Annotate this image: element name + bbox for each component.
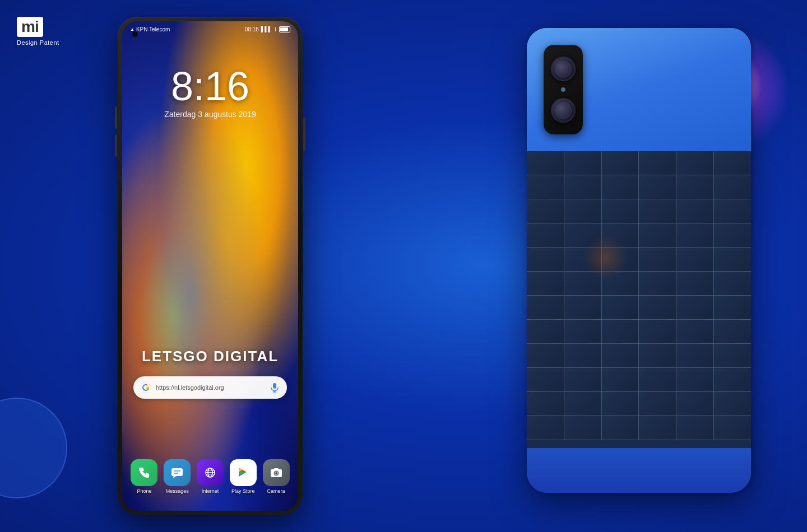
solar-cell bbox=[714, 320, 751, 343]
search-url-text[interactable]: https://nl.letsgodigital.org bbox=[156, 384, 265, 391]
solar-cell bbox=[564, 392, 602, 416]
camera-sensor-dot bbox=[561, 87, 565, 92]
volume-up-button[interactable] bbox=[115, 106, 117, 129]
solar-row bbox=[527, 416, 751, 440]
clock-date: Zaterdag 3 augustus 2019 bbox=[122, 110, 298, 119]
solar-cell bbox=[527, 344, 564, 367]
solar-row bbox=[527, 248, 751, 272]
dock-item-camera[interactable]: Camera bbox=[263, 459, 290, 494]
phone-back bbox=[527, 28, 751, 493]
solar-cell bbox=[714, 151, 751, 175]
signal-triangle-icon: ▲ bbox=[130, 27, 134, 32]
solar-cell bbox=[714, 368, 751, 391]
solar-cell bbox=[676, 344, 714, 367]
solar-row bbox=[527, 368, 751, 392]
volume-down-button[interactable] bbox=[115, 134, 117, 157]
secondary-camera-lens bbox=[551, 98, 576, 123]
solar-row bbox=[527, 223, 751, 248]
solar-cell bbox=[602, 223, 639, 247]
solar-cell bbox=[602, 392, 639, 416]
solar-cell bbox=[676, 223, 714, 247]
solar-grid bbox=[527, 151, 751, 448]
carrier-name: KPN Telecom bbox=[136, 26, 170, 32]
mic-icon[interactable] bbox=[269, 382, 280, 393]
solar-cell bbox=[639, 248, 676, 271]
svg-rect-4 bbox=[171, 468, 183, 476]
solar-row bbox=[527, 272, 751, 296]
phone-screen: ▲ KPN Telecom 08:16 ▌▌▌ ⌇ 8:16 Zaterdag … bbox=[122, 21, 298, 511]
internet-icon[interactable] bbox=[197, 459, 224, 486]
phone-icon[interactable] bbox=[131, 459, 157, 486]
solar-cell bbox=[639, 320, 676, 343]
power-button[interactable] bbox=[303, 118, 305, 151]
dock-item-internet[interactable]: Internet bbox=[197, 459, 224, 494]
solar-cell bbox=[527, 368, 564, 391]
solar-cell bbox=[714, 175, 751, 199]
solar-cell bbox=[639, 151, 676, 175]
solar-cell bbox=[639, 223, 676, 247]
dock-item-messages[interactable]: Messages bbox=[164, 459, 191, 494]
solar-cell bbox=[639, 296, 676, 319]
solar-cell bbox=[714, 416, 751, 440]
google-search-bar[interactable]: https://nl.letsgodigital.org bbox=[133, 376, 287, 399]
dock-item-playstore[interactable]: Play Store bbox=[230, 459, 257, 494]
status-icons: 08:16 ▌▌▌ ⌇ bbox=[245, 26, 290, 32]
solar-cell bbox=[676, 175, 714, 199]
solar-row bbox=[527, 175, 751, 199]
solar-cell bbox=[639, 368, 676, 391]
main-camera-lens bbox=[551, 57, 576, 81]
status-time: 08:16 bbox=[245, 26, 259, 32]
front-camera bbox=[132, 31, 138, 37]
back-top-section bbox=[527, 28, 751, 151]
solar-cell bbox=[714, 248, 751, 271]
solar-cell bbox=[714, 296, 751, 319]
solar-cell bbox=[602, 151, 639, 175]
solar-cell bbox=[602, 320, 639, 343]
solar-cell bbox=[564, 416, 602, 440]
solar-cell bbox=[564, 199, 602, 223]
phone-back-body bbox=[527, 28, 751, 493]
solar-cell bbox=[639, 392, 676, 416]
solar-cell bbox=[564, 223, 602, 247]
dock-item-phone[interactable]: Phone bbox=[131, 459, 157, 494]
solar-row bbox=[527, 296, 751, 320]
signal-bars-icon: ▌▌▌ bbox=[261, 26, 272, 32]
phone-front-body: ▲ KPN Telecom 08:16 ▌▌▌ ⌇ 8:16 Zaterdag … bbox=[118, 17, 303, 515]
solar-cell bbox=[602, 416, 639, 440]
solar-cell bbox=[527, 272, 564, 295]
solar-cell bbox=[676, 199, 714, 223]
solar-cell bbox=[639, 344, 676, 367]
clock-time: 8:16 bbox=[122, 66, 298, 106]
solar-cell bbox=[676, 151, 714, 175]
solar-cell bbox=[602, 199, 639, 223]
playstore-icon[interactable] bbox=[230, 459, 257, 486]
battery-icon bbox=[279, 26, 290, 32]
camera-label: Camera bbox=[267, 488, 285, 494]
playstore-label: Play Store bbox=[231, 488, 255, 494]
solar-cell bbox=[602, 272, 639, 295]
mi-subtitle: Design Patent bbox=[17, 39, 59, 46]
phone-front: ▲ KPN Telecom 08:16 ▌▌▌ ⌇ 8:16 Zaterdag … bbox=[118, 17, 303, 515]
phone-label: Phone bbox=[137, 488, 151, 494]
solar-row bbox=[527, 392, 751, 416]
solar-row bbox=[527, 320, 751, 344]
solar-cell bbox=[527, 320, 564, 343]
mi-logo: mi Design Patent bbox=[17, 17, 59, 46]
solar-cell bbox=[527, 248, 564, 271]
solar-cell bbox=[676, 296, 714, 319]
camera-icon[interactable] bbox=[263, 459, 290, 486]
solar-panel bbox=[527, 151, 751, 448]
wifi-icon: ⌇ bbox=[274, 26, 277, 32]
solar-cell bbox=[527, 416, 564, 440]
solar-cell bbox=[602, 368, 639, 391]
solar-cell bbox=[564, 368, 602, 391]
solar-cell bbox=[676, 416, 714, 440]
solar-cell bbox=[714, 223, 751, 247]
messages-icon[interactable] bbox=[164, 459, 191, 486]
mi-logo-box: mi bbox=[17, 17, 43, 37]
solar-cell bbox=[527, 223, 564, 247]
solar-cell bbox=[564, 320, 602, 343]
svg-marker-5 bbox=[173, 476, 177, 478]
svg-point-16 bbox=[275, 473, 277, 474]
solar-row bbox=[527, 344, 751, 368]
